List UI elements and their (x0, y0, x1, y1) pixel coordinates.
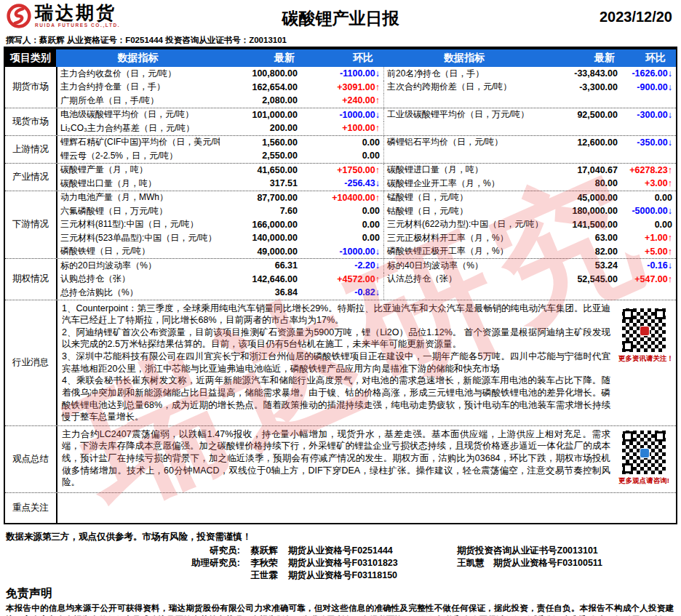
latest-value (545, 149, 625, 163)
latest-value: 53.24 (545, 259, 625, 273)
chg-value: +3.00↑ (625, 177, 676, 191)
latest-value: 180,000.00 (545, 204, 625, 218)
chg-value (625, 121, 676, 135)
col-header-chg: 环比 (625, 49, 676, 67)
indicator-label: 碳酸锂企业开工率（月，%） (383, 177, 545, 191)
report-date: 2023/12/20 (600, 9, 672, 25)
indicator-label: 认沽总持仓（张） (383, 273, 545, 287)
category-label: 上游情况 (5, 136, 56, 163)
chg-value: 0.00 (305, 204, 383, 218)
latest-value: 36.84 (220, 286, 305, 300)
researcher-name: 李秋荣 (240, 557, 288, 569)
section-industry-news: 行业消息 1、Counterpoint：第三季度，全球乘用纯电汽车销量同比增长2… (5, 300, 676, 425)
latest-value: 17,040.67 (545, 164, 625, 177)
indicator-label: 碳酸锂进口量（月，吨） (383, 164, 545, 177)
chg-value (625, 149, 676, 163)
indicator-group: 现货市场电池级碳酸锂平均价（日，元/吨）101,000.00-1000.00↓工… (5, 108, 676, 135)
indicator-label: 碳酸锂产量（月，吨） (56, 164, 220, 177)
latest-value: 166,000.00 (220, 218, 305, 232)
indicator-label: 广期所仓单（日，手/吨） (56, 94, 220, 108)
latest-value: 200.00 (220, 121, 305, 135)
chg-value: -350.00↓ (625, 136, 676, 150)
data-table: 瑞达研究 项目类别 数据指标 最新 环比 数据指标 最新 环比 期货市场主力合约… (4, 47, 677, 524)
section-label: 观点总结 (5, 426, 56, 492)
qr-caption: 更多资讯请关注！ (618, 354, 669, 364)
indicator-group: 下游情况动力电池产量（月，MWh）87,700.00+10400.00↑锰酸锂（… (5, 191, 676, 259)
indicator-label: 三元正极材料开工率（月，%） (383, 231, 545, 245)
latest-value: 1,560.00 (220, 136, 305, 150)
latest-value: -33,843.00 (545, 67, 625, 81)
indicator-label: 工业级碳酸锂平均价（日，万元/吨） (383, 108, 545, 122)
news-qr-block: 更多资讯请关注！ (618, 308, 669, 364)
chg-value: -1100.00↓ (305, 67, 383, 81)
category-label: 下游情况 (5, 191, 56, 259)
indicator-label: 标的40日均波动率（%） (383, 259, 545, 273)
indicator-groups: 期货市场主力合约收盘价（日，元/吨）100,800.00-1100.00↓前20… (5, 67, 676, 300)
latest-value: 52,545.00 (545, 273, 625, 287)
indicator-label: 三元材料(523单晶型):中国（日，元/吨） (56, 231, 220, 245)
latest-value: 66.31 (220, 259, 305, 273)
latest-value: 317.51 (220, 177, 305, 191)
indicator-label: 锰酸锂（日，元/吨） (383, 191, 545, 205)
researcher-extra: 期货投资咨询从业证书号Z0013101 (431, 545, 598, 557)
indicator-label: 动力电池产量（月，MWh） (56, 191, 220, 205)
researcher-name: 蔡跃辉 (240, 545, 288, 557)
news-paragraph: 2、阿迪纳锂矿首次公布资源量，目前该项目推测矿石资源量为5900万吨，锂（Li2… (62, 327, 610, 351)
col-header-indicator: 数据指标 (56, 49, 220, 67)
col-header-latest: 最新 (545, 49, 625, 67)
indicator-label (383, 94, 545, 108)
section-label: 行业消息 (5, 300, 56, 425)
report-header: 瑞达期货 RUIDA FUTURES CO.,LTD. 碳酸锂产业日报 2023… (0, 0, 681, 35)
researcher-role (0, 569, 240, 582)
chg-value (625, 94, 676, 108)
chg-value: +240.00↑ (305, 94, 383, 108)
summary-paragraph: 主力合约LC2407震荡偏弱，以跌幅1.47%报收，持仓量小幅增加，现货升水，基… (62, 428, 610, 489)
chg-value: +547.00↑ (625, 273, 676, 287)
researcher-name: 王世霖 (240, 569, 288, 582)
indicator-label: 三元材料(622动力型):中国（日，元/吨） (383, 218, 545, 232)
chg-value: +100.00↑ (305, 121, 383, 135)
summary-body: 主力合约LC2407震荡偏弱，以跌幅1.47%报收，持仓量小幅增加，现货升水，基… (56, 426, 674, 492)
latest-value (545, 286, 625, 300)
latest-value: 141,500.00 (545, 218, 625, 232)
latest-value: 87,700.00 (220, 191, 305, 205)
researcher-extra: 王凯慧 期货从业资格号F03100511 (431, 557, 602, 569)
chg-value: 0.00 (305, 136, 383, 150)
latest-value: 100,800.00 (220, 67, 305, 81)
disclaimer-text: 本报告中的信息均来源于公开可获得资料，瑞达期货股份有限公司力求准确可靠，但对这些… (0, 602, 681, 616)
indicator-group: 期权情况标的20日均波动率（%）66.31-2.20↓标的40日均波动率（%）5… (5, 258, 676, 300)
chg-value: +10400.00↑ (305, 191, 383, 205)
researcher-row: 研究员: 蔡跃辉 期货从业资格号F0251444 期货投资咨询从业证书号Z001… (0, 545, 681, 557)
qr-caption: 更多观点请咨询! (618, 476, 669, 486)
researcher-block: 研究员: 蔡跃辉 期货从业资格号F0251444 期货投资咨询从业证书号Z001… (0, 545, 681, 582)
news-paragraph: 3、深圳中芯能科技有限公司在四川宜宾长宁和浙江台州仙居的磷酸铁锂项目正在建设中，… (62, 351, 610, 375)
section-key-focus: 重点关注 (5, 492, 676, 523)
latest-value: 49,000.00 (220, 245, 305, 259)
chg-value: 0.00 (305, 218, 383, 232)
indicator-label (383, 149, 545, 163)
latest-value: 12,600.00 (545, 136, 625, 150)
chg-value (625, 286, 676, 300)
researcher-row: 王世霖 期货从业资格号F03118150 (0, 569, 681, 582)
indicator-label: 电池级碳酸锂平均价（日，元/吨） (56, 108, 220, 122)
latest-value: 2,080.00 (220, 94, 305, 108)
key-focus-body (56, 493, 674, 523)
indicator-label: 总持仓沽购比（%） (56, 286, 220, 300)
industry-news-body: 1、Counterpoint：第三季度，全球乘用纯电汽车销量同比增长29%。特斯… (56, 300, 674, 425)
indicator-label: 标的20日均波动率（%） (56, 259, 220, 273)
indicator-label: 磷酸铁锂正极开工率（月，%） (383, 245, 545, 259)
indicator-label: 六氟磷酸锂（日，万元/吨） (56, 204, 220, 218)
qr-code-icon (621, 308, 666, 353)
chg-value: -0.16↓ (625, 259, 676, 273)
category-label: 期货市场 (5, 67, 56, 108)
indicator-label (383, 121, 545, 135)
chg-value: 0.00 (305, 231, 383, 245)
latest-value: 45,000.00 (545, 191, 625, 205)
chg-value: -0.82↓ (305, 286, 383, 300)
latest-value: 2,550.00 (220, 149, 305, 163)
author-line: 撰写人：蔡跃辉 从业资格证号：F0251444 投资咨询从业证书号：Z00131… (0, 35, 681, 47)
indicator-label: 前20名净持仓（日，手） (383, 67, 545, 81)
news-paragraph: 1、Counterpoint：第三季度，全球乘用纯电汽车销量同比增长29%。特斯… (62, 303, 610, 327)
qr-code-icon (621, 430, 666, 475)
section-label: 重点关注 (5, 493, 56, 523)
